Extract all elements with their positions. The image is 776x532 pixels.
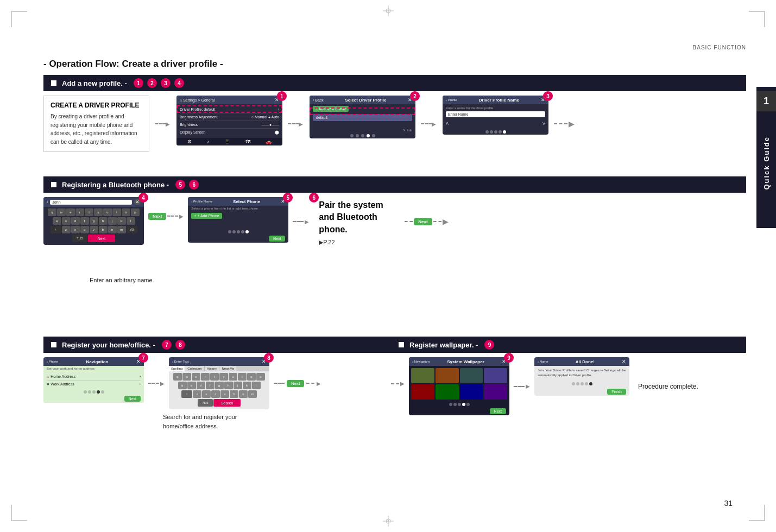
et-key-u[interactable]: u [229,373,237,381]
et-key-b[interactable]: b [230,390,238,398]
wallpaper-thumb-8[interactable] [484,384,507,400]
key-v[interactable]: v [90,226,98,233]
wallpaper-next-btn[interactable]: Next [490,408,506,414]
keyboard-input[interactable]: John [50,200,132,205]
key-backspace[interactable]: ⌫ [127,226,137,233]
next-button-3[interactable]: Next [414,218,432,225]
key-s[interactable]: s [62,217,71,225]
key-k[interactable]: k [117,217,126,225]
pair-page-ref: ▶P.22 [319,239,400,246]
nav-next-btn[interactable]: Next [124,396,141,402]
step-circle-9: 9 [484,340,494,350]
key-j[interactable]: j [108,217,117,225]
et-key-p[interactable]: p [256,373,265,381]
et-key-i[interactable]: i [238,373,247,381]
et-key-o[interactable]: o [247,373,256,381]
et-key-n[interactable]: n [239,390,248,398]
et-key-123[interactable]: ?123 [198,399,213,407]
tab-collection[interactable]: Collection [185,366,204,371]
key-c[interactable]: c [80,226,89,233]
all-done-finish-btn[interactable]: Finish [607,389,626,395]
et-key-r[interactable]: r [201,373,210,381]
pair-page-number: ▶P.22 [319,239,335,245]
key-l[interactable]: l [127,217,135,225]
et-key-l[interactable]: l [252,382,261,389]
select-phone-header: ‹ Profile Name Select Phone ✕ [188,197,288,206]
key-m[interactable]: m [117,226,126,233]
key-b[interactable]: b [99,226,108,233]
tab-history[interactable]: History [205,366,220,371]
screen3-dots [443,129,548,135]
et-key-search[interactable]: Search [213,399,241,407]
wallpaper-thumb-4[interactable] [484,368,507,383]
key-g[interactable]: g [90,217,98,225]
key-q[interactable]: q [48,208,56,216]
add-phone-btn[interactable]: ++ Add Phone [191,213,222,219]
wallpaper-thumb-2[interactable] [436,368,459,383]
wallpaper-thumb-3[interactable] [460,368,483,383]
et-key-g[interactable]: g [215,382,224,389]
et-key-q[interactable]: q [173,373,182,381]
key-a[interactable]: a [53,217,61,225]
wallpaper-dots [409,402,509,407]
key-shift[interactable]: ↑ [51,226,61,233]
wallpaper-thumb-1[interactable] [411,368,434,383]
key-123[interactable]: ?123 [72,235,87,242]
et-key-e[interactable]: e [192,373,200,381]
step-circle-8: 8 [175,340,185,350]
et-key-y[interactable]: y [219,373,228,381]
key-f[interactable]: f [80,217,89,225]
et-key-x[interactable]: x [202,390,211,398]
key-next[interactable]: Next [88,235,115,242]
tab-near-me[interactable]: Near Me [219,366,236,371]
key-e[interactable]: e [66,208,75,216]
key-o[interactable]: o [122,208,130,216]
screen3-input[interactable]: Enter Name [446,111,545,117]
enter-text-keyboard: qwertyuiop asdfghjkl ↑zxcvbnm ?123 Searc… [169,371,269,409]
et-key-m[interactable]: m [248,390,257,398]
next-button-1[interactable]: Next [148,213,166,220]
wallpaper-thumb-7[interactable] [460,384,483,400]
et-key-f[interactable]: f [206,382,214,389]
tab-spelling[interactable]: Spelling [169,366,185,371]
wallpaper-thumb-5[interactable] [411,384,434,400]
section3-left-content: ‹ Phone Navigation ✕ Set your work and h… [43,357,391,409]
next-button-4[interactable]: Next [287,380,304,387]
badge-step8: 8 [264,353,274,363]
next-button-2[interactable]: Next [269,236,285,242]
et-key-z[interactable]: z [193,390,201,398]
key-w[interactable]: w [57,208,66,216]
nav-screen-container: ‹ Phone Navigation ✕ Set your work and h… [43,357,144,403]
et-key-c[interactable]: c [211,390,220,398]
key-z[interactable]: z [62,226,71,233]
screen2-add-btn[interactable]: +Add New Profile [313,106,349,112]
select-phone-screen: ‹ Profile Name Select Phone ✕ Select a p… [188,197,288,243]
screen1: ⌂ Settings > General ✕ Driver Profile: d… [176,96,282,145]
key-u[interactable]: u [103,208,112,216]
key-x[interactable]: x [71,226,80,233]
section1-step-circles: 1 2 3 4 [133,78,185,88]
et-key-h[interactable]: h [224,382,233,389]
et-key-a[interactable]: a [178,382,187,389]
key-p[interactable]: p [131,208,140,216]
et-key-d[interactable]: d [197,382,205,389]
keyboard-screen: ‹ John ✕ qwertyuiop asdfghjkl [43,197,144,245]
key-h[interactable]: h [99,217,108,225]
screen3-hint: Enter a name for the drive profile [446,106,545,110]
et-key-s[interactable]: s [187,382,196,389]
key-n[interactable]: n [108,226,117,233]
et-key-v[interactable]: v [220,390,229,398]
key-d[interactable]: d [71,217,80,225]
screen2: ‹ Back Select Driver Profile ✕ +Add New … [310,96,415,138]
et-key-shift[interactable]: ↑ [181,390,192,398]
key-y[interactable]: y [94,208,103,216]
wallpaper-thumb-6[interactable] [436,384,459,400]
et-key-t[interactable]: t [210,373,219,381]
key-i[interactable]: i [112,208,121,216]
key-r[interactable]: r [75,208,84,216]
et-key-j[interactable]: j [234,382,242,389]
et-key-w[interactable]: w [182,373,191,381]
arrow4: ▶ [554,119,575,128]
et-key-k[interactable]: k [243,382,251,389]
key-t[interactable]: t [85,208,93,216]
